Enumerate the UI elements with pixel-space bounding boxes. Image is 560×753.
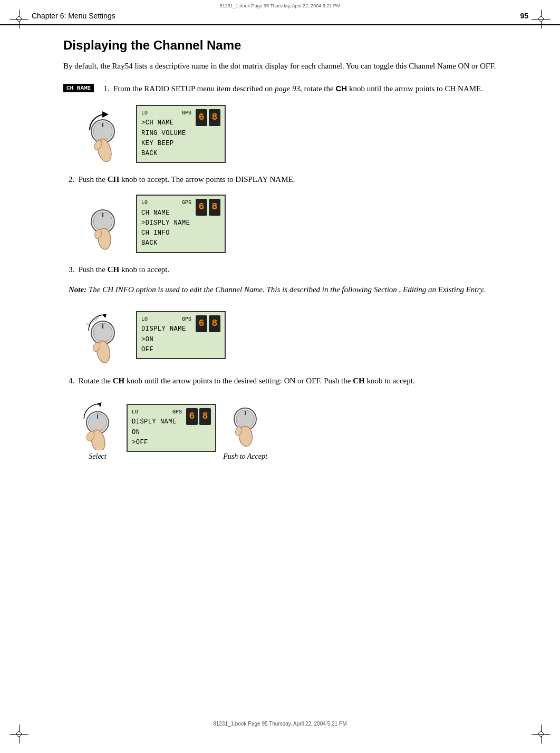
- knob-push-svg-3: TO ACCEPT: [79, 305, 127, 363]
- step-3-lcd: LO GPS DISPLY NAME >ON OFF 6 8: [136, 311, 226, 359]
- lcd4-gps: GPS: [172, 408, 182, 417]
- lcd1-line1: >CH NAME: [141, 118, 191, 128]
- lcd4-digit2: 8: [199, 408, 211, 425]
- lcd4-content: DISPLY NAME ON >OFF: [132, 417, 182, 448]
- lcd1-line3: KEY BEEP: [141, 139, 191, 149]
- lcd1-content: >CH NAME RING VOLUME KEY BEEP BACK: [141, 118, 191, 159]
- lcd3-lo: LO: [141, 315, 148, 324]
- step-4-illustration: Select LO GPS DISPLY NAME ON >OFF 6: [74, 395, 507, 461]
- lcd1-gps: GPS: [182, 109, 191, 118]
- step-3-row: 3. Push the CH knob to accept.: [63, 264, 507, 276]
- lcd2-content: CH NAME >DISPLY NAME CH INFO BACK: [141, 208, 191, 249]
- lcd2-line3: CH INFO: [141, 228, 191, 238]
- lcd2-seg-display: 6 8: [196, 199, 220, 216]
- push-knob-svg: [221, 395, 269, 450]
- lcd1-digit1: 6: [196, 109, 207, 126]
- select-knob-svg: [74, 395, 121, 450]
- step-1-prefix: 1. From the RADIO SETUP menu item descri…: [103, 84, 483, 93]
- book-metadata: 81231_1.book Page 95 Thursday, April 22,…: [220, 3, 340, 8]
- lcd2-line4: BACK: [141, 238, 191, 248]
- lcd2-gps: GPS: [182, 199, 191, 207]
- crosshair-top-left: [9, 9, 28, 28]
- lcd2-line1: CH NAME: [141, 208, 191, 218]
- step-4-label: 4.: [69, 376, 74, 385]
- lcd4-digit1: 6: [186, 408, 198, 425]
- knob-push-svg-2: [79, 194, 127, 252]
- step-1-lcd: LO GPS >CH NAME RING VOLUME KEY BEEP BAC…: [136, 105, 226, 163]
- footer-metadata: 81231_1.book Page 95 Thursday, April 22,…: [0, 721, 560, 727]
- lcd3-content: DISPLY NAME >ON OFF: [141, 324, 191, 355]
- lcd2-lo: LO: [141, 199, 148, 207]
- step-2-text: 2. Push the CH knob to accept. The arrow…: [69, 173, 295, 186]
- intro-paragraph: By default, the Ray54 lists a descriptiv…: [63, 60, 507, 72]
- lcd1-seg-display: 6 8: [196, 109, 220, 126]
- push-to-accept-label: Push to Accept: [223, 452, 267, 461]
- lcd4-lo: LO: [132, 408, 138, 417]
- ch-name-badge: CH NAME: [63, 84, 94, 92]
- step-2-knob: [79, 194, 127, 254]
- select-label: Select: [89, 452, 106, 461]
- lcd3-gps: GPS: [182, 315, 191, 324]
- lcd1-line4: BACK: [141, 149, 191, 159]
- step-3-text: 3. Push the CH knob to accept.: [69, 264, 169, 276]
- lcd2-line2: >DISPLY NAME: [141, 218, 191, 228]
- step-4-lcd: LO GPS DISPLY NAME ON >OFF 6 8: [127, 404, 216, 452]
- chapter-title: Chapter 6: Menu Settings: [32, 12, 115, 20]
- lcd4-line3: >OFF: [132, 438, 182, 448]
- lcd4-line2: ON: [132, 428, 182, 438]
- crosshair-bottom-left: [9, 725, 28, 744]
- step-1-illustration: LO GPS >CH NAME RING VOLUME KEY BEEP BAC…: [79, 104, 507, 164]
- lcd3-line2: >ON: [141, 335, 191, 345]
- step-2-label: 2.: [69, 175, 74, 184]
- lcd3-digit2: 8: [209, 315, 220, 332]
- page-number: 95: [520, 12, 528, 20]
- lcd4-seg-display: 6 8: [186, 408, 211, 425]
- step-2-row: 2. Push the CH knob to accept. The arrow…: [63, 173, 507, 186]
- step-4-row: 4. Rotate the CH knob until the arrow po…: [63, 375, 507, 387]
- main-content: Displaying the Channel Name By default, …: [0, 38, 560, 461]
- note-text: The CH INFO option is used to edit the C…: [89, 285, 485, 294]
- knob-rotate-svg: [79, 104, 127, 162]
- lcd1-digit2: 8: [209, 109, 220, 126]
- lcd1-line2: RING VOLUME: [141, 129, 191, 139]
- select-group: Select: [74, 395, 121, 461]
- crosshair-top-right: [532, 9, 551, 28]
- step-3-knob: TO ACCEPT: [79, 305, 127, 365]
- crosshair-bottom-right: [532, 725, 551, 744]
- step-1-text: 1. From the RADIO SETUP menu item descri…: [103, 83, 483, 95]
- step-2-illustration: LO GPS CH NAME >DISPLY NAME CH INFO BACK…: [79, 194, 507, 254]
- lcd3-line3: OFF: [141, 345, 191, 355]
- lcd2-digit1: 6: [196, 199, 207, 216]
- note-label: Note:: [69, 285, 86, 294]
- step-3-label: 3.: [69, 265, 74, 274]
- note-block: Note: The CH INFO option is used to edit…: [69, 284, 507, 296]
- lcd4-line1: DISPLY NAME: [132, 417, 182, 427]
- section-title: Displaying the Channel Name: [63, 38, 507, 53]
- lcd3-line1: DISPLY NAME: [141, 324, 191, 334]
- step-1-knob: [79, 104, 127, 164]
- step-3-illustration: TO ACCEPT LO GPS DISPLY NAME >ON OFF: [79, 305, 507, 365]
- lcd2-digit2: 8: [209, 199, 220, 216]
- lcd3-seg-display: 6 8: [196, 315, 220, 332]
- step-4-text: 4. Rotate the CH knob until the arrow po…: [69, 375, 415, 387]
- step-2-lcd: LO GPS CH NAME >DISPLY NAME CH INFO BACK…: [136, 195, 226, 253]
- push-group: Push to Accept: [221, 395, 269, 461]
- lcd1-lo: LO: [141, 109, 148, 118]
- lcd3-digit1: 6: [196, 315, 207, 332]
- step-1-row: CH NAME 1. From the RADIO SETUP menu ite…: [63, 83, 507, 95]
